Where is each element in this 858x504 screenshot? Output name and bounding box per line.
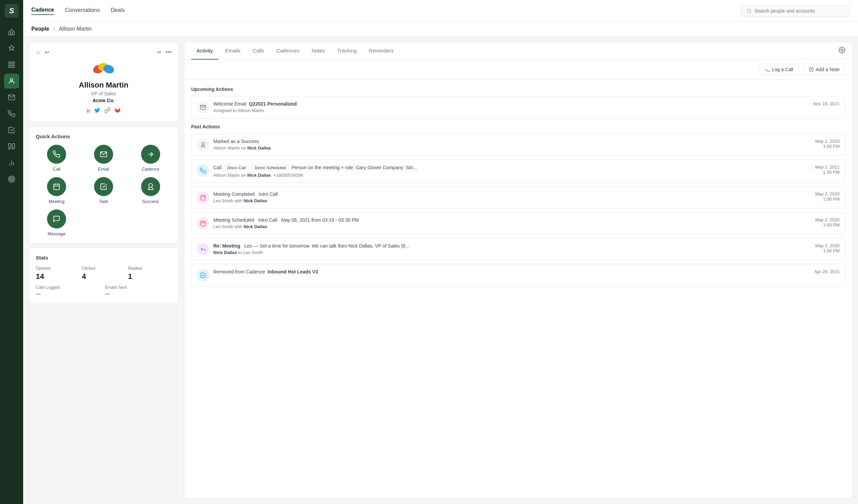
quick-action-email[interactable]: Email: [83, 145, 124, 172]
gitlab-icon[interactable]: [114, 107, 121, 115]
profile-social: H: [87, 107, 121, 115]
call-label: Call: [53, 167, 60, 172]
stats-row2: Calls Logged — Emails Sent —: [36, 285, 171, 297]
hubspot-icon[interactable]: H: [87, 108, 90, 114]
meeting-completed-icon: [197, 191, 209, 204]
removed-cadence-date: Apr 28, 2021: [814, 269, 840, 274]
action-buttons-row: Log a Call Add a Note: [184, 60, 852, 80]
email-button[interactable]: [94, 145, 113, 164]
quick-action-cadence[interactable]: Cadence: [130, 145, 171, 172]
log-call-button[interactable]: Log a Call: [759, 64, 799, 75]
topnav-deals[interactable]: Deals: [111, 7, 125, 15]
breadcrumb-parent[interactable]: People: [31, 26, 49, 32]
svg-rect-1: [12, 62, 14, 64]
svg-point-4: [10, 79, 13, 81]
sidebar-item-home[interactable]: [4, 25, 19, 40]
tab-emails[interactable]: Emails: [220, 42, 246, 60]
svg-rect-18: [54, 184, 60, 190]
sidebar-item-people[interactable]: [4, 74, 19, 89]
stats-grid: Opened 14 Clicked 4 Replied 1: [36, 266, 171, 281]
upcoming-email-title: Welcome Email Q22021 Personalized: [213, 101, 809, 107]
stat-opened: Opened 14: [36, 266, 79, 281]
upcoming-email-content: Welcome Email Q22021 Personalized Assign…: [213, 101, 809, 113]
task-label: Task: [99, 199, 108, 204]
quick-action-message[interactable]: Message: [36, 209, 77, 236]
topnav-cadence[interactable]: Cadence: [31, 7, 54, 15]
demo-scheduled-badge: Demo Scheduled: [251, 164, 289, 171]
sidebar-item-tasks[interactable]: [4, 123, 19, 138]
profile-card-actions: ☆ ↩ ✏ •••: [36, 49, 171, 56]
success-icon: [197, 139, 209, 151]
sidebar-item-grid[interactable]: [4, 57, 19, 72]
sidebar-item-analytics[interactable]: [4, 155, 19, 170]
add-note-label: Add a Note: [816, 67, 840, 72]
meeting-completed-date: May 2, 20201:00 PM: [815, 191, 840, 202]
activity-feed: Upcoming Actions Welcome Email Q22021 Pe…: [184, 80, 852, 498]
quick-action-call[interactable]: Call: [36, 145, 77, 172]
call-button[interactable]: [47, 145, 66, 164]
settings-icon[interactable]: [839, 47, 845, 55]
star-icon[interactable]: ☆: [36, 49, 41, 56]
stat-clicked-value: 4: [82, 272, 125, 281]
link-icon[interactable]: [104, 107, 110, 115]
tab-tracking[interactable]: Tracking: [332, 42, 362, 60]
add-note-button[interactable]: Add a Note: [803, 64, 845, 75]
topnav-links: Cadence Conversations Deals: [31, 7, 125, 15]
meeting-scheduled-title: Meeting Scheduled Intro Call May 06, 202…: [213, 217, 811, 223]
tab-activity[interactable]: Activity: [191, 42, 218, 60]
profile-company[interactable]: Acme Co.: [93, 98, 115, 103]
message-button[interactable]: [47, 209, 66, 229]
stat-emails-sent: Emails Sent —: [105, 285, 171, 297]
quick-action-success[interactable]: Success: [130, 177, 171, 204]
svg-rect-33: [201, 221, 205, 226]
quick-action-meeting[interactable]: Meeting: [36, 177, 77, 204]
log-call-label: Log a Call: [772, 67, 793, 72]
back-icon[interactable]: ↩: [45, 49, 49, 56]
tab-reminders[interactable]: Reminders: [364, 42, 399, 60]
sidebar-item-calls[interactable]: [4, 106, 19, 121]
success-button[interactable]: [141, 177, 160, 196]
sidebar-item-quotes[interactable]: [4, 139, 19, 154]
tab-notes[interactable]: Notes: [306, 42, 330, 60]
phone-icon: [765, 67, 770, 72]
content-area: ☆ ↩ ✏ •••: [23, 36, 858, 504]
sidebar-item-rocket[interactable]: [4, 41, 19, 56]
re-meeting-date: May 2, 20201:00 PM: [815, 243, 840, 253]
search-input[interactable]: [754, 8, 844, 14]
sidebar-item-email[interactable]: [4, 90, 19, 105]
call-content: Call Disco CallDemo Scheduled Person on …: [213, 164, 811, 178]
stat-clicked-label: Clicked: [82, 266, 125, 271]
sidebar-item-target[interactable]: [4, 172, 19, 187]
stat-replied-value: 1: [128, 272, 171, 281]
meeting-button[interactable]: [47, 177, 66, 196]
breadcrumb: People / Allison Martin: [23, 22, 858, 36]
right-panel: Activity Emails Calls Cadences Notes Tra…: [184, 42, 853, 499]
meeting-completed-content: Meeting Completed Intro Call Leo Smith w…: [213, 191, 811, 203]
meeting-completed-title: Meeting Completed Intro Call: [213, 191, 811, 197]
topnav-conversations[interactable]: Conversations: [65, 7, 100, 15]
twitter-icon[interactable]: [94, 107, 100, 115]
re-meeting-content: Re: Meeting Leo — Set a time for tomorro…: [213, 243, 811, 255]
meeting-scheduled-subtitle: Leo Smith with Nick Dallas: [213, 224, 811, 229]
topnav: Cadence Conversations Deals: [23, 0, 858, 22]
search-bar[interactable]: [741, 5, 850, 17]
tab-calls[interactable]: Calls: [247, 42, 270, 60]
svg-point-23: [841, 49, 843, 51]
more-icon[interactable]: •••: [166, 49, 171, 56]
edit-icon[interactable]: ✏: [157, 49, 162, 56]
call-icon: [197, 164, 209, 177]
task-button[interactable]: [94, 177, 113, 196]
stat-calls-value: —: [36, 291, 102, 297]
cadence-button[interactable]: [141, 145, 160, 164]
quick-action-task[interactable]: Task: [83, 177, 124, 204]
quick-actions-grid: Call Email Cadence: [36, 145, 171, 236]
meeting-scheduled-date: May 2, 20201:00 PM: [815, 217, 840, 227]
upcoming-email-date: Nov 18, 2021: [813, 101, 840, 106]
stat-calls-logged: Calls Logged —: [36, 285, 102, 297]
tabs-bar: Activity Emails Calls Cadences Notes Tra…: [184, 42, 852, 60]
search-icon: [747, 8, 752, 14]
svg-rect-0: [9, 62, 11, 64]
past-actions-title: Past Actions: [191, 124, 845, 129]
cadence-label: Cadence: [142, 167, 159, 172]
tab-cadences[interactable]: Cadences: [271, 42, 305, 60]
